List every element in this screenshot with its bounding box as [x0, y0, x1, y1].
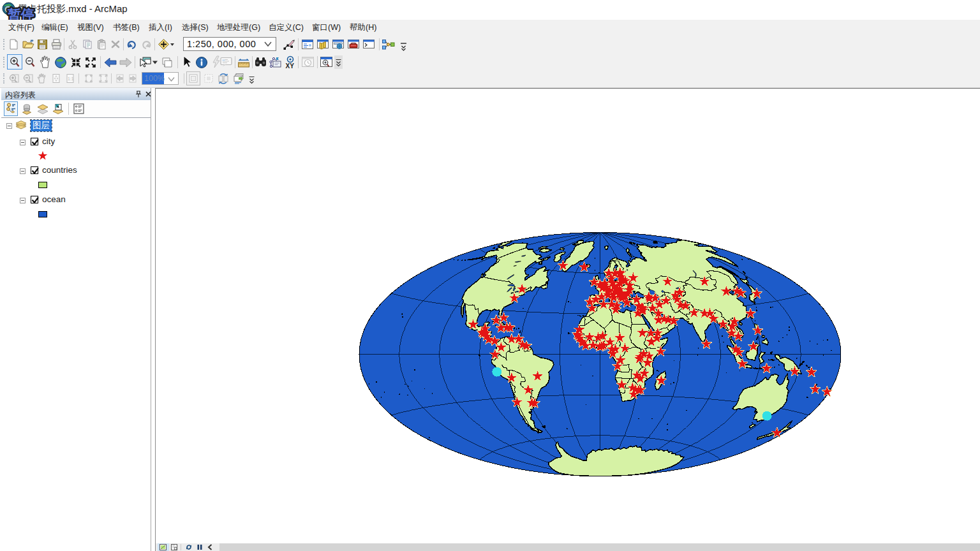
svg-text:1:1: 1:1 — [68, 77, 74, 81]
svg-text:XY: XY — [286, 62, 295, 70]
